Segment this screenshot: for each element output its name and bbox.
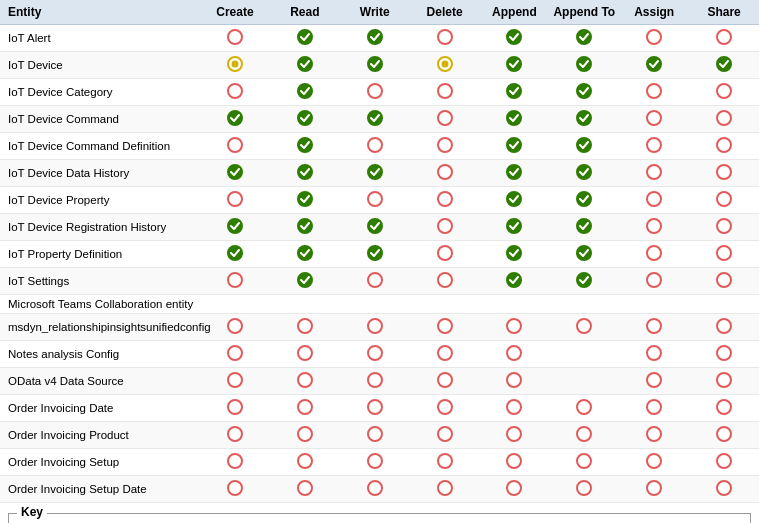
create-cell[interactable] bbox=[200, 25, 270, 52]
delete-cell[interactable] bbox=[410, 422, 480, 449]
appendTo-cell[interactable] bbox=[549, 395, 619, 422]
appendTo-cell[interactable] bbox=[549, 476, 619, 503]
delete-cell[interactable] bbox=[410, 368, 480, 395]
assign-cell[interactable] bbox=[619, 241, 689, 268]
create-cell[interactable] bbox=[200, 295, 270, 314]
create-cell[interactable] bbox=[200, 395, 270, 422]
delete-cell[interactable] bbox=[410, 187, 480, 214]
assign-cell[interactable] bbox=[619, 422, 689, 449]
read-cell[interactable] bbox=[270, 133, 340, 160]
append-cell[interactable] bbox=[480, 268, 550, 295]
delete-cell[interactable] bbox=[410, 314, 480, 341]
create-cell[interactable] bbox=[200, 368, 270, 395]
create-cell[interactable] bbox=[200, 214, 270, 241]
read-cell[interactable] bbox=[270, 295, 340, 314]
assign-cell[interactable] bbox=[619, 52, 689, 79]
write-cell[interactable] bbox=[340, 241, 410, 268]
appendTo-cell[interactable] bbox=[549, 106, 619, 133]
append-cell[interactable] bbox=[480, 160, 550, 187]
write-cell[interactable] bbox=[340, 214, 410, 241]
create-cell[interactable] bbox=[200, 476, 270, 503]
delete-cell[interactable] bbox=[410, 25, 480, 52]
append-cell[interactable] bbox=[480, 422, 550, 449]
write-cell[interactable] bbox=[340, 133, 410, 160]
share-cell[interactable] bbox=[689, 395, 759, 422]
delete-cell[interactable] bbox=[410, 268, 480, 295]
append-cell[interactable] bbox=[480, 449, 550, 476]
share-cell[interactable] bbox=[689, 25, 759, 52]
read-cell[interactable] bbox=[270, 214, 340, 241]
delete-cell[interactable] bbox=[410, 241, 480, 268]
assign-cell[interactable] bbox=[619, 449, 689, 476]
create-cell[interactable] bbox=[200, 106, 270, 133]
share-cell[interactable] bbox=[689, 476, 759, 503]
appendTo-cell[interactable] bbox=[549, 241, 619, 268]
append-cell[interactable] bbox=[480, 52, 550, 79]
read-cell[interactable] bbox=[270, 368, 340, 395]
assign-cell[interactable] bbox=[619, 106, 689, 133]
read-cell[interactable] bbox=[270, 52, 340, 79]
assign-cell[interactable] bbox=[619, 268, 689, 295]
read-cell[interactable] bbox=[270, 106, 340, 133]
delete-cell[interactable] bbox=[410, 395, 480, 422]
write-cell[interactable] bbox=[340, 422, 410, 449]
create-cell[interactable] bbox=[200, 52, 270, 79]
appendTo-cell[interactable] bbox=[549, 341, 619, 368]
share-cell[interactable] bbox=[689, 268, 759, 295]
create-cell[interactable] bbox=[200, 241, 270, 268]
delete-cell[interactable] bbox=[410, 106, 480, 133]
appendTo-cell[interactable] bbox=[549, 187, 619, 214]
write-cell[interactable] bbox=[340, 295, 410, 314]
read-cell[interactable] bbox=[270, 422, 340, 449]
write-cell[interactable] bbox=[340, 368, 410, 395]
share-cell[interactable] bbox=[689, 368, 759, 395]
append-cell[interactable] bbox=[480, 368, 550, 395]
delete-cell[interactable] bbox=[410, 295, 480, 314]
write-cell[interactable] bbox=[340, 341, 410, 368]
append-cell[interactable] bbox=[480, 241, 550, 268]
write-cell[interactable] bbox=[340, 79, 410, 106]
appendTo-cell[interactable] bbox=[549, 449, 619, 476]
write-cell[interactable] bbox=[340, 160, 410, 187]
append-cell[interactable] bbox=[480, 341, 550, 368]
write-cell[interactable] bbox=[340, 449, 410, 476]
appendTo-cell[interactable] bbox=[549, 422, 619, 449]
create-cell[interactable] bbox=[200, 187, 270, 214]
append-cell[interactable] bbox=[480, 79, 550, 106]
write-cell[interactable] bbox=[340, 187, 410, 214]
appendTo-cell[interactable] bbox=[549, 160, 619, 187]
write-cell[interactable] bbox=[340, 395, 410, 422]
delete-cell[interactable] bbox=[410, 52, 480, 79]
create-cell[interactable] bbox=[200, 79, 270, 106]
read-cell[interactable] bbox=[270, 268, 340, 295]
appendTo-cell[interactable] bbox=[549, 25, 619, 52]
append-cell[interactable] bbox=[480, 25, 550, 52]
share-cell[interactable] bbox=[689, 295, 759, 314]
appendTo-cell[interactable] bbox=[549, 52, 619, 79]
write-cell[interactable] bbox=[340, 52, 410, 79]
read-cell[interactable] bbox=[270, 449, 340, 476]
append-cell[interactable] bbox=[480, 133, 550, 160]
assign-cell[interactable] bbox=[619, 341, 689, 368]
assign-cell[interactable] bbox=[619, 395, 689, 422]
assign-cell[interactable] bbox=[619, 133, 689, 160]
append-cell[interactable] bbox=[480, 214, 550, 241]
assign-cell[interactable] bbox=[619, 314, 689, 341]
delete-cell[interactable] bbox=[410, 476, 480, 503]
read-cell[interactable] bbox=[270, 25, 340, 52]
read-cell[interactable] bbox=[270, 241, 340, 268]
share-cell[interactable] bbox=[689, 314, 759, 341]
create-cell[interactable] bbox=[200, 133, 270, 160]
create-cell[interactable] bbox=[200, 341, 270, 368]
append-cell[interactable] bbox=[480, 476, 550, 503]
read-cell[interactable] bbox=[270, 341, 340, 368]
create-cell[interactable] bbox=[200, 422, 270, 449]
assign-cell[interactable] bbox=[619, 187, 689, 214]
create-cell[interactable] bbox=[200, 449, 270, 476]
share-cell[interactable] bbox=[689, 241, 759, 268]
appendTo-cell[interactable] bbox=[549, 214, 619, 241]
appendTo-cell[interactable] bbox=[549, 368, 619, 395]
share-cell[interactable] bbox=[689, 79, 759, 106]
append-cell[interactable] bbox=[480, 295, 550, 314]
assign-cell[interactable] bbox=[619, 25, 689, 52]
